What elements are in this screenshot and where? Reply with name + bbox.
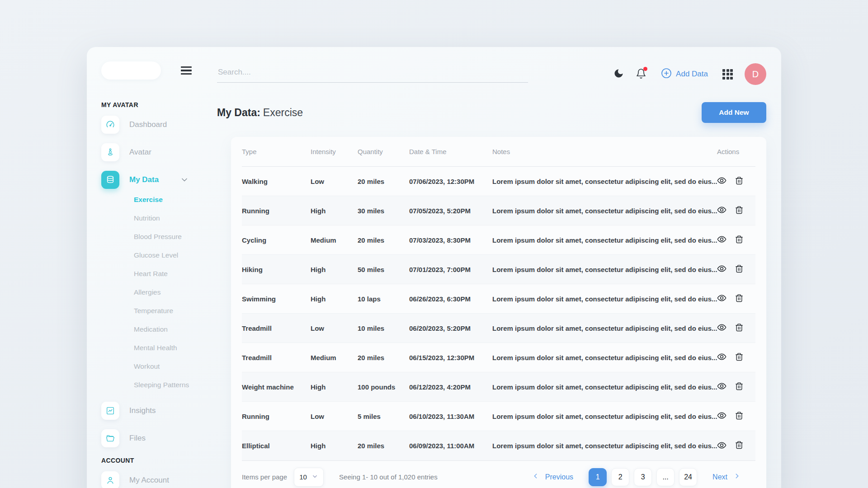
sidebar-item-dashboard[interactable]: Dashboard bbox=[101, 116, 217, 134]
search-input[interactable] bbox=[217, 66, 528, 83]
apps-menu-button[interactable] bbox=[722, 69, 733, 80]
dark-mode-button[interactable] bbox=[613, 68, 624, 80]
page-title-prefix: My Data: bbox=[217, 107, 260, 118]
cell-notes: Lorem ipsum dolor sit amet, consectetur … bbox=[492, 236, 717, 244]
sidebar-subitem[interactable]: Workout bbox=[134, 362, 217, 372]
delete-button[interactable] bbox=[735, 176, 744, 187]
cell-actions bbox=[717, 264, 755, 275]
cell-quantity: 10 miles bbox=[358, 324, 409, 332]
table-row: Walking Low 20 miles 07/06/2023, 12:30PM… bbox=[242, 167, 755, 196]
view-button[interactable] bbox=[717, 264, 726, 275]
view-button[interactable] bbox=[717, 352, 726, 363]
eye-icon bbox=[717, 176, 726, 187]
sidebar-subitem[interactable]: Medication bbox=[134, 325, 217, 335]
avatar[interactable]: D bbox=[745, 63, 766, 85]
cell-type: Running bbox=[242, 207, 311, 215]
view-button[interactable] bbox=[717, 441, 726, 451]
view-button[interactable] bbox=[717, 381, 726, 392]
page-button[interactable]: 1 bbox=[589, 468, 607, 486]
sidebar-subitem[interactable]: Glucose Level bbox=[134, 251, 217, 261]
page-title: My Data:Exercise bbox=[217, 107, 303, 119]
view-button[interactable] bbox=[717, 205, 726, 216]
sidebar-subitem[interactable]: Mental Health bbox=[134, 344, 217, 354]
delete-button[interactable] bbox=[735, 352, 744, 363]
user-icon bbox=[101, 471, 119, 488]
chevron-left-icon bbox=[532, 472, 539, 482]
title-row: My Data:Exercise Add New bbox=[217, 102, 766, 123]
view-button[interactable] bbox=[717, 235, 726, 245]
items-per-page-label: Items per page bbox=[242, 473, 287, 481]
cell-datetime: 06/15/2023, 12:30PM bbox=[409, 354, 492, 361]
table-row: Cycling Medium 20 miles 07/03/2023, 8:30… bbox=[242, 225, 755, 255]
eye-icon bbox=[717, 323, 726, 333]
delete-button[interactable] bbox=[735, 323, 744, 333]
sidebar-subitem[interactable]: Heart Rate bbox=[134, 270, 217, 280]
cell-type: Weight machine bbox=[242, 383, 311, 391]
table-row: Elliptical High 20 miles 06/09/2023, 11:… bbox=[242, 431, 755, 460]
sidebar-item-avatar[interactable]: Avatar bbox=[101, 143, 217, 161]
cell-datetime: 07/03/2023, 8:30PM bbox=[409, 236, 492, 244]
cell-notes: Lorem ipsum dolor sit amet, consectetur … bbox=[492, 383, 717, 391]
trash-icon bbox=[735, 176, 744, 187]
items-per-page-value: 10 bbox=[299, 473, 307, 481]
cell-notes: Lorem ipsum dolor sit amet, consectetur … bbox=[492, 266, 717, 273]
items-per-page-select[interactable]: 10 bbox=[294, 468, 324, 487]
delete-button[interactable] bbox=[735, 206, 744, 216]
delete-button[interactable] bbox=[735, 411, 744, 422]
delete-button[interactable] bbox=[735, 294, 744, 304]
table-body: Walking Low 20 miles 07/06/2023, 12:30PM… bbox=[242, 167, 755, 460]
view-button[interactable] bbox=[717, 411, 726, 422]
cell-datetime: 06/20/2023, 5:20PM bbox=[409, 324, 492, 332]
page-button[interactable]: 3 bbox=[634, 468, 652, 486]
eye-icon bbox=[717, 441, 726, 451]
view-button[interactable] bbox=[717, 293, 726, 304]
hamburger-menu-button[interactable] bbox=[181, 66, 192, 75]
sidebar-subitem[interactable]: Allergies bbox=[134, 288, 217, 298]
sidebar-subitem[interactable]: Blood Pressure bbox=[134, 233, 217, 243]
view-button[interactable] bbox=[717, 323, 726, 333]
cell-intensity: High bbox=[311, 207, 358, 215]
cell-notes: Lorem ipsum dolor sit amet, consectetur … bbox=[492, 413, 717, 420]
table-row: Running High 30 miles 07/05/2023, 5:20PM… bbox=[242, 196, 755, 225]
cell-datetime: 07/01/2023, 7:00PM bbox=[409, 266, 492, 273]
cell-actions bbox=[717, 441, 755, 451]
trash-icon bbox=[735, 441, 744, 451]
sidebar-item-insights[interactable]: Insights bbox=[101, 402, 217, 420]
cell-intensity: Medium bbox=[311, 236, 358, 244]
add-new-button[interactable]: Add New bbox=[702, 102, 766, 123]
view-button[interactable] bbox=[717, 176, 726, 187]
previous-page-button[interactable]: Previous bbox=[529, 472, 576, 482]
sidebar-subitem[interactable]: Sleeping Patterns bbox=[134, 381, 217, 391]
sidebar-subitem[interactable]: Temperature bbox=[134, 307, 217, 317]
page-button[interactable]: 24 bbox=[679, 468, 697, 486]
delete-button[interactable] bbox=[735, 382, 744, 392]
delete-button[interactable] bbox=[735, 235, 744, 245]
delete-button[interactable] bbox=[735, 264, 744, 275]
pagination: Previous 1 2 3 ... 24 Next bbox=[529, 468, 755, 486]
sidebar-item-my-account[interactable]: My Account bbox=[101, 471, 217, 488]
notifications-button[interactable] bbox=[636, 68, 646, 80]
sidebar-item-label: My Account bbox=[129, 476, 169, 485]
cell-actions bbox=[717, 176, 755, 187]
cell-actions bbox=[717, 293, 755, 304]
notification-badge bbox=[643, 67, 647, 71]
next-page-button[interactable]: Next bbox=[710, 472, 744, 482]
cell-quantity: 20 miles bbox=[358, 236, 409, 244]
sidebar-subitem[interactable]: Exercise bbox=[134, 196, 217, 206]
previous-label: Previous bbox=[545, 473, 573, 481]
cell-notes: Lorem ipsum dolor sit amet, consectetur … bbox=[492, 295, 717, 303]
sidebar-item-label: Dashboard bbox=[129, 120, 167, 129]
sidebar-item-my-data[interactable]: My Data bbox=[101, 171, 217, 189]
chevron-down-icon[interactable] bbox=[180, 175, 189, 184]
add-data-button[interactable]: Add Data bbox=[658, 67, 711, 81]
sidebar-item-files[interactable]: Files bbox=[101, 429, 217, 447]
column-header-datetime: Date & Time bbox=[409, 148, 492, 155]
column-header-intensity: Intensity bbox=[311, 148, 358, 155]
grid-icon bbox=[722, 69, 733, 80]
page-button[interactable]: ... bbox=[656, 468, 675, 486]
sidebar-subitem[interactable]: Nutrition bbox=[134, 214, 217, 224]
page-button[interactable]: 2 bbox=[611, 468, 629, 486]
cell-quantity: 5 miles bbox=[358, 413, 409, 420]
delete-button[interactable] bbox=[735, 441, 744, 451]
cell-datetime: 07/05/2023, 5:20PM bbox=[409, 207, 492, 215]
